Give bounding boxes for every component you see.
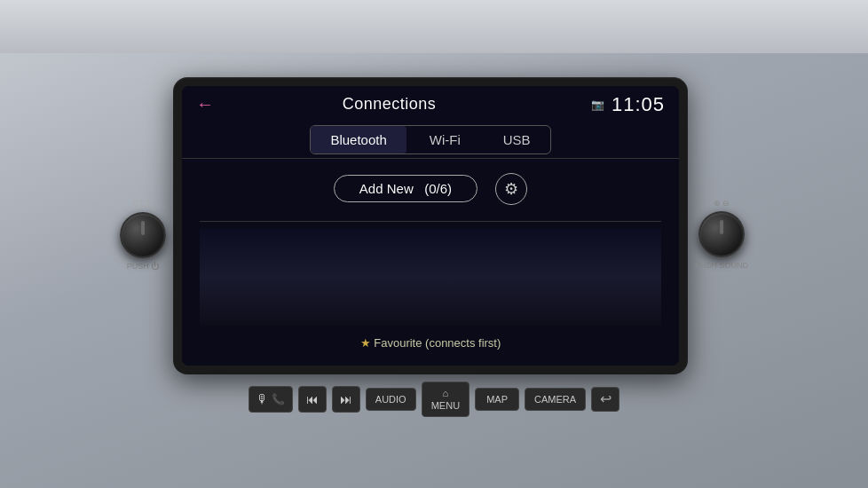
camera-button[interactable]: CAMERA <box>525 388 586 411</box>
tab-bluetooth[interactable]: Bluetooth <box>311 126 406 153</box>
screen-content: Add New (0/6) ⚙ Favourite (connects firs… <box>182 164 679 366</box>
screen-header: ← Connections 📷 11:05 <box>182 86 679 122</box>
phone-icon: 📞 <box>272 393 285 405</box>
voice-icon: 🎙 <box>256 392 269 406</box>
device-list <box>200 229 661 326</box>
voice-button[interactable]: 🎙 📞 <box>249 386 293 413</box>
next-button[interactable]: ⏭ <box>332 386 360 413</box>
next-icon: ⏭ <box>340 392 352 406</box>
vol-knob[interactable] <box>120 212 166 258</box>
add-new-button[interactable]: Add New (0/6) <box>334 175 477 202</box>
control-bar: 🎙 📞 ⏮ ⏭ AUDIO ⌂ MENU MAP CAMERA ↩ <box>177 374 691 421</box>
tabs-wrapper: Bluetooth Wi-Fi USB <box>310 125 550 154</box>
favourite-note: Favourite (connects first) <box>353 329 509 357</box>
divider <box>200 221 661 222</box>
sound-knob[interactable] <box>698 211 745 257</box>
tabs-row: Bluetooth Wi-Fi USB <box>182 122 679 159</box>
header-right: 📷 11:05 <box>591 93 665 116</box>
screen-title: Connections <box>187 95 591 114</box>
tab-usb[interactable]: USB <box>484 126 550 153</box>
speed-camera-icon: 📷 <box>591 98 604 111</box>
knob-right-top-label: ⊕ ⊖ <box>714 199 730 208</box>
menu-button[interactable]: ⌂ MENU <box>422 382 470 417</box>
push-label-left: PUSH ⏻ <box>127 262 160 271</box>
push-sound-label: PUSH SOUND <box>695 261 748 270</box>
clock-display: 11:05 <box>612 93 665 116</box>
prev-icon: ⏮ <box>306 392 319 406</box>
prev-button[interactable]: ⏮ <box>298 386 327 413</box>
screen-bezel: ← Connections 📷 11:05 Bluetooth Wi-Fi US… <box>173 77 688 374</box>
settings-button[interactable]: ⚙ <box>495 173 527 205</box>
add-new-row: Add New (0/6) ⚙ <box>200 173 661 205</box>
map-button[interactable]: MAP <box>475 388 519 411</box>
tab-wifi[interactable]: Wi-Fi <box>410 126 480 153</box>
infotainment-screen: ← Connections 📷 11:05 Bluetooth Wi-Fi US… <box>182 86 679 366</box>
home-icon: ⌂ <box>443 388 449 398</box>
audio-button[interactable]: AUDIO <box>366 388 416 411</box>
vol-label: VOL <box>132 199 153 209</box>
back-physical-icon: ↩ <box>600 390 612 407</box>
back-physical-button[interactable]: ↩ <box>591 387 619 412</box>
